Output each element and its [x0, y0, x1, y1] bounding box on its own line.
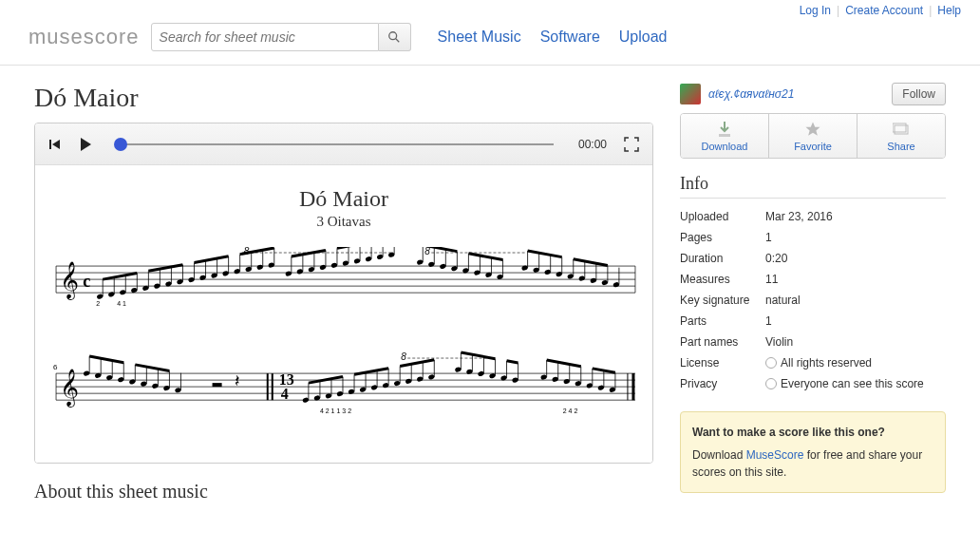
svg-text:4 1: 4 1 [117, 300, 126, 307]
svg-point-0 [389, 32, 397, 40]
svg-line-1 [396, 39, 400, 43]
svg-line-157 [135, 365, 169, 371]
svg-line-54 [195, 256, 229, 263]
svg-text:8: 8 [424, 247, 430, 256]
svg-line-116 [574, 259, 608, 266]
nav-upload[interactable]: Upload [619, 28, 668, 46]
nav-software[interactable]: Software [540, 28, 600, 46]
help-link[interactable]: Help [937, 4, 961, 17]
svg-line-214 [547, 360, 581, 367]
sheet-viewer[interactable]: Dó Maior 3 Oitavas 𝄞 c 8 8 [35, 165, 652, 463]
info-value: 0:20 [765, 252, 946, 265]
info-key: Pages [680, 231, 765, 244]
favorite-button[interactable]: Favorite [769, 114, 858, 158]
info-value: Violin [765, 335, 946, 349]
svg-marker-217 [806, 123, 820, 136]
about-header: About this sheet music [34, 481, 653, 503]
info-value: Mar 23, 2016 [765, 210, 946, 223]
fullscreen-icon [624, 137, 639, 152]
svg-line-52 [103, 273, 137, 279]
separator: | [837, 4, 839, 17]
download-button[interactable]: Download [681, 114, 769, 158]
info-value: natural [765, 294, 946, 307]
info-icon [765, 357, 777, 369]
svg-text:𝄽: 𝄽 [235, 375, 239, 386]
svg-line-156 [89, 356, 123, 363]
svg-text:4  2   1   1 3    2: 4 2 1 1 3 2 [320, 408, 351, 414]
info-row: Duration0:20 [680, 248, 946, 269]
play-icon [79, 137, 92, 152]
progress-track[interactable] [117, 143, 554, 145]
music-staff-1: 𝄞 c 8 8 2 4 1 [48, 247, 639, 323]
svg-line-53 [148, 265, 182, 272]
separator: | [929, 4, 932, 17]
svg-text:6: 6 [53, 363, 58, 371]
info-header: Info [680, 174, 946, 199]
svg-rect-2 [49, 140, 51, 149]
info-row: LicenseAll rights reserved [680, 352, 946, 373]
info-row: PrivacyEveryone can see this score [680, 373, 946, 394]
svg-text:𝄞: 𝄞 [60, 261, 79, 300]
star-icon [804, 121, 821, 138]
svg-text:c: c [83, 272, 90, 291]
svg-marker-4 [81, 138, 91, 151]
info-row: Pages1 [680, 227, 946, 248]
svg-text:2   4    2: 2 4 2 [563, 408, 578, 414]
login-link[interactable]: Log In [800, 4, 831, 17]
search-icon [387, 30, 401, 44]
promo-question: Want to make a score like this one? [692, 424, 933, 441]
favorite-label: Favorite [769, 141, 857, 152]
info-key: Key signature [680, 294, 765, 307]
svg-line-77 [337, 247, 371, 248]
search-button[interactable] [379, 23, 411, 51]
svg-marker-3 [52, 140, 60, 149]
nav-sheet-music[interactable]: Sheet Music [438, 28, 521, 46]
svg-line-199 [507, 361, 518, 363]
uploader-link[interactable]: αℓєχ.¢αяναℓнσ21 [708, 87, 884, 101]
info-icon [765, 378, 777, 389]
info-key: Parts [680, 314, 765, 328]
sheet-subtitle: 3 Oitavas [48, 214, 639, 230]
svg-rect-135 [213, 383, 222, 387]
info-key: Duration [680, 252, 765, 265]
info-row: Parts1 [680, 311, 946, 332]
info-key: Uploaded [680, 210, 765, 223]
share-label: Share [858, 141, 945, 152]
info-value: All rights reserved [765, 356, 946, 370]
svg-line-115 [528, 251, 562, 257]
info-value: 1 [765, 314, 946, 328]
svg-text:4: 4 [281, 386, 289, 402]
info-value: Everyone can see this score [765, 377, 946, 390]
create-account-link[interactable]: Create Account [845, 4, 923, 17]
player: 00:00 Dó Maior 3 Oitavas 𝄞 c 8 [34, 123, 653, 464]
avatar[interactable] [680, 84, 701, 104]
info-key: Part names [680, 335, 765, 349]
promo-link[interactable]: MuseScore [746, 448, 804, 462]
svg-text:8: 8 [401, 351, 406, 362]
svg-rect-216 [719, 134, 730, 137]
skip-back-icon [48, 138, 62, 151]
search-input[interactable] [151, 23, 379, 51]
logo[interactable]: musescore [28, 25, 140, 49]
info-key: Measures [680, 273, 765, 286]
svg-line-198 [461, 352, 495, 359]
info-table: UploadedMar 23, 2016Pages1Duration0:20Me… [680, 206, 946, 394]
fullscreen-button[interactable] [624, 137, 639, 152]
info-row: Key signaturenatural [680, 290, 946, 311]
svg-text:𝄞: 𝄞 [60, 369, 79, 408]
info-row: Measures11 [680, 269, 946, 290]
follow-button[interactable]: Follow [892, 83, 946, 105]
promo-text: Download MuseScore for free and share yo… [692, 446, 933, 481]
player-controls: 00:00 [35, 123, 652, 165]
download-icon [717, 121, 732, 138]
restart-button[interactable] [48, 138, 62, 151]
promo-box: Want to make a score like this one? Down… [680, 411, 946, 493]
sheet-title: Dó Maior [48, 186, 639, 212]
info-key: Privacy [680, 377, 765, 390]
play-button[interactable] [79, 137, 92, 152]
info-value: 11 [765, 273, 946, 286]
page-title: Dó Maior [34, 83, 653, 113]
share-button[interactable]: Share [858, 114, 945, 158]
svg-line-96 [468, 254, 502, 260]
progress-thumb[interactable] [114, 138, 127, 151]
